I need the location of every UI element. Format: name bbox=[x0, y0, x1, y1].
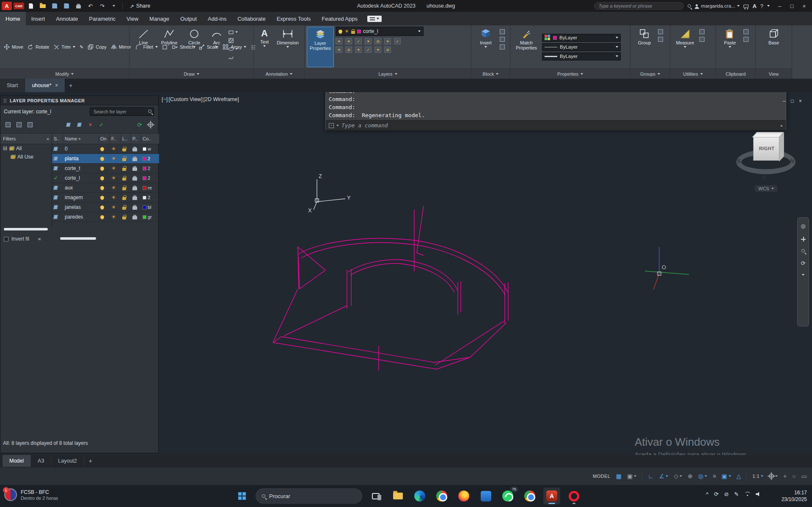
viewport-menu-control[interactable]: [−] bbox=[162, 96, 168, 102]
group-tool-icon[interactable] bbox=[658, 29, 663, 34]
blue-app-button[interactable] bbox=[477, 488, 494, 504]
command-options-icon[interactable]: + bbox=[329, 123, 334, 128]
clipboard-tool-icon[interactable] bbox=[743, 37, 749, 42]
layer-freeze-icon[interactable]: ☀ bbox=[110, 166, 121, 171]
layer-row[interactable]: planta ☀ 2 bbox=[52, 154, 159, 164]
refresh-icon[interactable]: ⟳ bbox=[136, 121, 143, 129]
layer-color-cell[interactable]: re bbox=[141, 185, 159, 190]
polyline-button[interactable]: Polyline bbox=[157, 27, 182, 67]
lineweight-dropdown[interactable]: ByLayer bbox=[542, 52, 621, 60]
hatch-tool-button[interactable] bbox=[228, 38, 238, 44]
panel-label-properties[interactable]: Properties bbox=[510, 69, 630, 79]
compass-east[interactable]: E bbox=[762, 175, 766, 181]
share-button[interactable]: ↗ Share bbox=[126, 3, 154, 9]
column-on[interactable]: On bbox=[99, 134, 110, 144]
new-property-filter-icon[interactable] bbox=[4, 121, 12, 129]
taskbar-widget[interactable]: 1 FCSB - BFC Dentro de 2 horas bbox=[4, 488, 58, 501]
layer-tool-icon[interactable]: ✓ bbox=[365, 47, 372, 53]
chrome-browser-2-button[interactable] bbox=[521, 488, 538, 504]
base-button[interactable]: Base bbox=[762, 27, 785, 67]
tab-output[interactable]: Output bbox=[175, 12, 202, 25]
mirror-button[interactable]: Mirror bbox=[110, 44, 132, 50]
layer-on-icon[interactable] bbox=[99, 196, 110, 200]
snap-toggle[interactable]: ▣ bbox=[627, 473, 636, 480]
save-button[interactable] bbox=[50, 1, 60, 11]
layer-tool-icon[interactable]: ☀ bbox=[365, 38, 372, 44]
layer-tool-icon[interactable]: ☀ bbox=[374, 47, 381, 53]
orbit-icon[interactable]: ⟳ bbox=[801, 260, 806, 266]
command-input[interactable] bbox=[341, 122, 778, 129]
navigation-wheel-icon[interactable]: ◎ bbox=[801, 223, 805, 229]
close-button[interactable]: × bbox=[798, 0, 810, 12]
layer-color-cell[interactable]: w bbox=[141, 146, 159, 151]
layer-status-icon[interactable] bbox=[53, 156, 58, 161]
tab-model[interactable]: Model bbox=[3, 455, 31, 467]
polar-tracking-toggle[interactable]: ∠ bbox=[659, 473, 669, 480]
layer-status-icon[interactable] bbox=[53, 205, 58, 209]
layer-tool-icon[interactable]: ⊘ bbox=[345, 47, 352, 53]
viewcube-face-right[interactable]: RIGHT bbox=[753, 136, 780, 161]
new-layout-button[interactable]: + bbox=[84, 455, 97, 467]
layer-plot-icon[interactable] bbox=[131, 205, 141, 210]
match-properties-button[interactable]: Match Properties bbox=[512, 27, 540, 67]
new-layer-button[interactable] bbox=[65, 121, 72, 129]
chrome-browser-button[interactable] bbox=[433, 488, 450, 504]
tab-parametric[interactable]: Parametric bbox=[83, 12, 121, 25]
layer-color-cell[interactable]: gr bbox=[141, 214, 159, 219]
help-chevron-icon[interactable] bbox=[767, 5, 770, 7]
color-dropdown[interactable]: ByLayer bbox=[542, 34, 621, 42]
filter-all[interactable]: ⊟ All bbox=[0, 144, 52, 153]
autodesk-app-icon[interactable]: A bbox=[752, 3, 756, 9]
modify-pencil-button[interactable]: ✎ bbox=[78, 44, 85, 50]
viewport-view-control[interactable]: [Custom View] bbox=[168, 96, 202, 102]
insert-button[interactable]: Insert bbox=[473, 27, 498, 67]
layer-color-cell[interactable]: bl bbox=[141, 205, 159, 210]
layer-row[interactable]: paredes ☀ gr bbox=[52, 212, 159, 222]
layer-plot-icon[interactable] bbox=[131, 186, 141, 190]
tree-scrollbar[interactable] bbox=[4, 228, 48, 230]
circle-button[interactable]: Circle bbox=[183, 27, 205, 67]
paste-button[interactable]: Paste bbox=[718, 27, 742, 67]
spline-tool-button[interactable] bbox=[228, 55, 238, 60]
measure-button[interactable]: Measure bbox=[672, 27, 698, 67]
panel-label-draw[interactable]: Draw bbox=[129, 69, 253, 79]
tab-layout2[interactable]: Layout2 bbox=[51, 455, 84, 467]
autocad-cad-badge[interactable]: CAD bbox=[14, 3, 24, 9]
new-layer-vp-frozen-button[interactable] bbox=[76, 121, 83, 129]
rotate-button[interactable]: Rotate bbox=[26, 44, 50, 50]
selection-cycling-toggle[interactable]: ▣ bbox=[721, 473, 731, 480]
layer-row[interactable]: 0 ☀ w bbox=[52, 144, 159, 154]
tab-a3[interactable]: A3 bbox=[31, 455, 51, 467]
tab-express-tools[interactable]: Express Tools bbox=[271, 12, 317, 25]
palette-titlebar[interactable]: LAYER PROPERTIES MANAGER bbox=[0, 96, 158, 105]
layer-on-icon[interactable] bbox=[99, 215, 110, 219]
layer-tool-icon[interactable]: ⊘ bbox=[374, 38, 381, 44]
tab-view[interactable]: View bbox=[121, 12, 144, 25]
isodraft-toggle[interactable]: ◇ bbox=[674, 473, 682, 480]
tab-manage[interactable]: Manage bbox=[144, 12, 175, 25]
column-plot[interactable]: P.. bbox=[131, 134, 141, 144]
layer-lock-icon[interactable] bbox=[121, 214, 131, 219]
tab-uhouse[interactable]: uhouse*× bbox=[25, 79, 65, 92]
minimize-button[interactable]: – bbox=[773, 0, 786, 12]
open-file-button[interactable] bbox=[38, 1, 48, 11]
model-space-label[interactable]: MODEL bbox=[593, 474, 611, 479]
set-current-layer-button[interactable]: ✓ bbox=[98, 121, 105, 129]
lineweight-toggle[interactable]: ≡ bbox=[713, 473, 716, 480]
layer-lock-icon[interactable] bbox=[121, 166, 131, 171]
layer-name[interactable]: aux bbox=[63, 185, 99, 191]
group-tool-icon[interactable] bbox=[658, 37, 663, 42]
taskbar-clock[interactable]: 16:17 23/10/2025 bbox=[782, 489, 807, 503]
layer-on-icon[interactable] bbox=[99, 206, 110, 209]
layer-status-icon[interactable] bbox=[53, 166, 58, 170]
wifi-icon[interactable] bbox=[744, 492, 750, 496]
restore-button[interactable]: □ bbox=[791, 98, 794, 104]
settings-icon[interactable] bbox=[147, 121, 154, 129]
compass-north[interactable]: N bbox=[790, 158, 794, 164]
navbar-more-icon[interactable] bbox=[802, 274, 804, 276]
layer-plot-icon[interactable] bbox=[131, 166, 141, 171]
layer-states-icon[interactable] bbox=[26, 121, 34, 129]
tab-annotate[interactable]: Annotate bbox=[50, 12, 83, 25]
clipboard-tool-icon[interactable] bbox=[743, 29, 749, 34]
close-tab-icon[interactable]: × bbox=[55, 82, 58, 88]
